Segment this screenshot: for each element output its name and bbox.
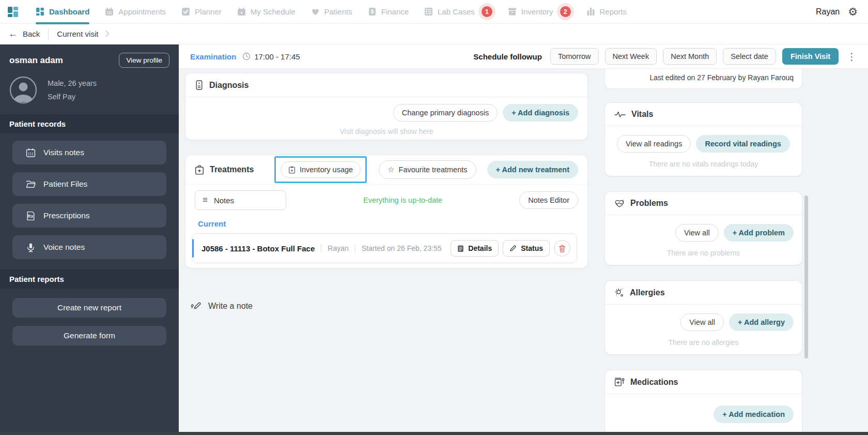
treatment-name: J0586 - 11113 - Botox Full Face: [202, 244, 315, 253]
inventory-usage-label: Inventory usage: [300, 166, 353, 174]
treatment-details-button[interactable]: Details: [451, 240, 499, 257]
breadcrumb-current[interactable]: Current visit: [57, 29, 98, 38]
details-clipboard-icon: [457, 245, 464, 252]
tab-finance[interactable]: $ Finance: [360, 0, 416, 23]
diagnosis-empty-text: Visit diagnosis will show here: [185, 125, 587, 141]
pen-icon: [191, 302, 202, 311]
gear-icon[interactable]: ⚙: [848, 6, 858, 17]
tab-dashboard[interactable]: Dashboard: [28, 0, 97, 23]
lab-cases-badge: 1: [482, 6, 492, 17]
allergies-title: Allergies: [630, 288, 665, 297]
delete-treatment-button[interactable]: [554, 240, 570, 257]
breadcrumb-divider: [48, 28, 49, 40]
vitals-empty-text: There are no vitals readings today: [605, 157, 802, 176]
last-edited-text: Last edited on 27 February by Rayan Faro…: [649, 73, 794, 82]
tab-inventory[interactable]: Inventory 2: [500, 0, 579, 23]
patient-records-header: Patient records: [0, 114, 179, 133]
change-primary-diagnosis-button[interactable]: Change primary diagnosis: [393, 104, 498, 122]
sidebar-item-label: Prescriptions: [43, 211, 90, 220]
tab-patients[interactable]: Patients: [303, 0, 360, 23]
diagnosis-title: Diagnosis: [209, 81, 249, 90]
window-bottom-edge: [0, 432, 868, 435]
view-all-readings-button[interactable]: View all readings: [617, 135, 691, 153]
check-square-icon: [181, 7, 190, 16]
add-problem-button[interactable]: + Add problem: [724, 224, 794, 242]
treatments-icon: [195, 165, 204, 175]
followup-next-week-button[interactable]: Next Week: [605, 48, 657, 65]
tab-appointments[interactable]: Appointments: [97, 0, 174, 23]
sidebar-item-prescriptions[interactable]: Rx Prescriptions: [12, 204, 166, 228]
sidebar-item-voice-notes[interactable]: Voice notes: [12, 235, 166, 259]
allergies-card: Allergies View all + Add allergy There a…: [605, 280, 802, 355]
dollar-icon: $: [368, 7, 377, 16]
star-icon: ☆: [388, 165, 394, 174]
create-new-report-button[interactable]: Create new report: [12, 298, 166, 318]
diagnosis-card: Diagnosis Change primary diagnosis + Add…: [185, 73, 588, 140]
sidebar-item-label: Patient Files: [43, 179, 87, 189]
visits-calendar-icon: [26, 148, 36, 158]
lab-list-icon: [424, 7, 433, 16]
svg-text:$: $: [370, 9, 374, 14]
add-medication-button[interactable]: + Add medication: [714, 406, 794, 423]
finish-visit-button[interactable]: Finish Visit: [782, 48, 839, 65]
rx-icon: Rx: [26, 211, 36, 221]
problems-empty-text: There are no problems: [605, 246, 802, 265]
patient-name: osman adam: [9, 55, 63, 66]
allergies-icon: [614, 288, 624, 297]
view-all-allergies-button[interactable]: View all: [680, 313, 724, 331]
notes-filter-select[interactable]: ≡ Notes: [195, 190, 286, 210]
generate-form-button[interactable]: Generate form: [12, 326, 166, 346]
add-diagnosis-button[interactable]: + Add diagnosis: [503, 104, 578, 122]
visit-time: 17:00 - 17:45: [254, 52, 300, 61]
tab-lab-cases[interactable]: Lab Cases 1: [416, 0, 500, 23]
view-profile-button[interactable]: View profile: [119, 53, 169, 68]
followup-tomorrow-button[interactable]: Tomorrow: [550, 48, 599, 65]
divider: [321, 244, 321, 252]
heart-icon: [311, 7, 320, 16]
tab-label: Finance: [381, 7, 409, 16]
back-label: Back: [23, 29, 40, 38]
inventory-box-icon: [508, 7, 517, 16]
inventory-usage-highlight: Inventory usage: [274, 156, 367, 183]
back-button[interactable]: ← Back: [8, 28, 40, 39]
favourite-treatments-button[interactable]: ☆ Favourite treatments: [379, 160, 476, 179]
tab-label: My Schedule: [251, 7, 296, 16]
treatments-title: Treatments: [210, 165, 254, 174]
sidebar-item-visits-notes[interactable]: Visits notes: [12, 141, 166, 164]
visit-type[interactable]: Examination: [190, 52, 236, 61]
calendar-icon: [105, 7, 114, 16]
notes-editor-button[interactable]: Notes Editor: [519, 191, 578, 209]
vitals-card: Vitals View all readings Record vital re…: [605, 102, 802, 176]
active-indicator-bar: [192, 239, 194, 258]
favourite-treatments-label: Favourite treatments: [399, 166, 468, 174]
record-vital-readings-button[interactable]: Record vital readings: [696, 135, 789, 153]
treatment-status-button[interactable]: Status: [503, 240, 550, 257]
user-name[interactable]: Rayan: [816, 7, 840, 17]
problems-card: Problems View all + Add problem There ar…: [605, 191, 802, 265]
add-new-treatment-button[interactable]: + Add new treatment: [487, 161, 578, 178]
view-all-problems-button[interactable]: View all: [675, 224, 719, 242]
scrollbar-thumb[interactable]: [804, 196, 808, 358]
pencil-icon: [509, 245, 517, 252]
inventory-badge: 2: [560, 6, 571, 17]
sidebar-item-patient-files[interactable]: Patient Files: [12, 172, 166, 196]
treatment-provider: Rayan: [328, 244, 348, 252]
add-allergy-button[interactable]: + Add allergy: [729, 313, 794, 331]
status-label: Status: [521, 244, 543, 252]
tab-label: Reports: [600, 7, 627, 16]
treatment-row[interactable]: J0586 - 11113 - Botox Full Face Rayan St…: [192, 233, 577, 263]
folder-icon: [26, 179, 36, 189]
tab-planner[interactable]: Planner: [174, 0, 229, 23]
followup-select-date-button[interactable]: Select date: [723, 48, 776, 65]
tab-reports[interactable]: Reports: [579, 0, 635, 23]
tab-label: Inventory: [521, 7, 553, 16]
followup-next-month-button[interactable]: Next Month: [663, 48, 717, 65]
treatment-started: Started on 26 Feb, 23:55: [362, 244, 442, 252]
more-options-icon[interactable]: ⋮: [847, 51, 857, 63]
write-note-input[interactable]: Write a note: [191, 302, 253, 311]
clipboard-plus-icon: [288, 166, 296, 174]
tab-my-schedule[interactable]: My Schedule: [229, 0, 303, 23]
inventory-usage-button[interactable]: Inventory usage: [281, 161, 361, 178]
microphone-icon: [26, 243, 36, 252]
treatments-card: Treatments Inventory usage ☆ Favourite t…: [185, 155, 588, 268]
